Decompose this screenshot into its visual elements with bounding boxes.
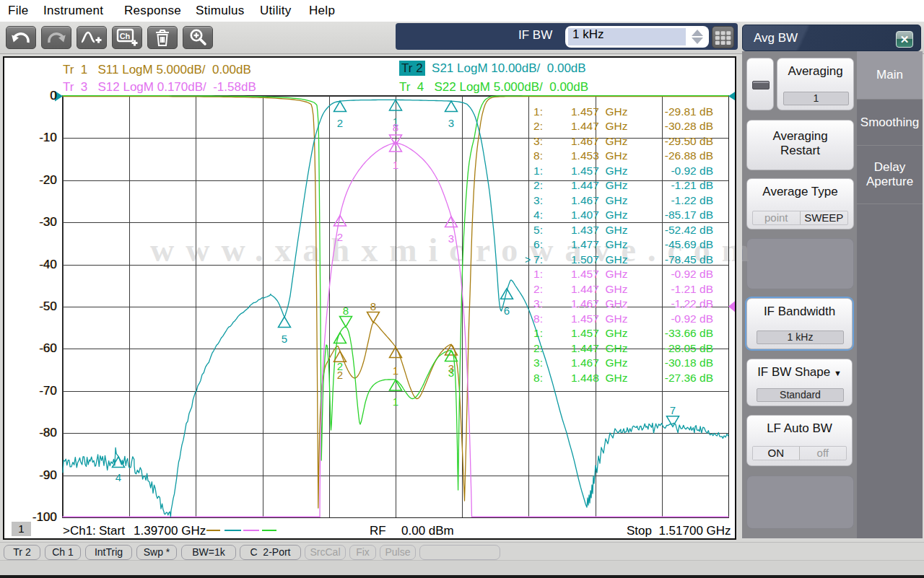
svg-text:Ch: Ch bbox=[120, 32, 131, 40]
